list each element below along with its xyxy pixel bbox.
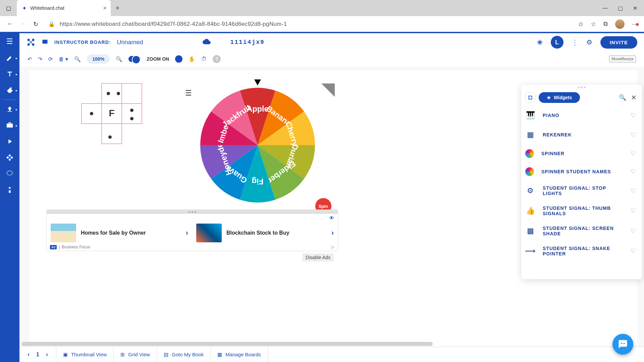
favorite-heart-icon[interactable]: ♡: [631, 187, 636, 194]
upload-tool[interactable]: ▸: [0, 101, 19, 117]
widget-item[interactable]: SPINNER♡: [521, 144, 642, 163]
spinner-wheel[interactable]: AppleBananaCherryDurianElderberryFigGuav…: [197, 85, 318, 205]
flower-icon[interactable]: ❀: [537, 38, 543, 46]
widgets-tab[interactable]: ★ Widgets: [539, 92, 580, 103]
pan-hand-icon[interactable]: ✋: [189, 56, 195, 62]
shade-icon: ▩: [525, 226, 535, 236]
zoom-out-button[interactable]: 🔍: [74, 56, 81, 62]
favorite-heart-icon[interactable]: ♡: [631, 131, 636, 138]
widget-filter-icon[interactable]: ⚃: [525, 93, 535, 103]
trash-button[interactable]: 🗑 ▾: [59, 56, 68, 62]
read-aloud-icon[interactable]: ✩: [578, 20, 583, 28]
panel-drag-handle[interactable]: [521, 85, 642, 89]
favorite-heart-icon[interactable]: ♡: [631, 168, 636, 175]
spinner-resize-handle[interactable]: [321, 83, 335, 97]
close-window-icon[interactable]: ✕: [633, 5, 637, 11]
favorite-heart-icon[interactable]: ♡: [631, 247, 636, 255]
minimize-icon[interactable]: —: [602, 5, 608, 11]
help-icon[interactable]: ?: [213, 55, 221, 63]
widget-item[interactable]: ⚙STUDENT SIGNAL: STOP LIGHTS♡: [521, 181, 642, 201]
collections-icon[interactable]: ⧉: [603, 20, 608, 27]
lasso-tool[interactable]: [0, 166, 19, 182]
text-tool[interactable]: ▸: [0, 66, 19, 82]
favorite-heart-icon[interactable]: ♡: [631, 207, 636, 215]
maximize-icon[interactable]: ▢: [618, 5, 623, 11]
redo-button[interactable]: ↷: [38, 56, 42, 62]
browser-tab[interactable]: ✦ Whiteboard.chat ×: [17, 0, 111, 16]
settings-icon[interactable]: ⚙: [586, 38, 592, 46]
zoom-in-button[interactable]: 🔍: [116, 56, 122, 62]
eraser-tool[interactable]: ▸: [0, 82, 19, 98]
address-bar[interactable]: 🔒 https://www.whiteboard.chat/board/f042…: [44, 21, 574, 27]
widget-item[interactable]: 👍STUDENT SIGNAL: THUMB SIGNALS♡: [521, 201, 642, 221]
invite-button[interactable]: INVITE: [600, 36, 637, 49]
spinner-widget[interactable]: ☰ AppleBananaCherryDurianElderberryFigGu…: [180, 77, 335, 221]
menu-icon[interactable]: ⋯: [632, 20, 638, 28]
cloud-save-icon[interactable]: [203, 38, 211, 47]
move-tool[interactable]: [0, 149, 19, 166]
chevron-right-icon[interactable]: ›: [186, 229, 188, 237]
new-tab-button[interactable]: +: [111, 4, 124, 12]
widget-item[interactable]: ⟿STUDENT SIGNAL: SNAKE POINTER♡: [521, 241, 642, 261]
zoom-level[interactable]: 100%: [87, 54, 110, 64]
chevron-right-icon[interactable]: ›: [331, 229, 334, 237]
tab-close-icon[interactable]: ×: [103, 5, 107, 12]
user-avatar[interactable]: L: [551, 36, 564, 49]
ad-choices-icon[interactable]: ▷: [331, 245, 334, 249]
favorite-heart-icon[interactable]: ♡: [631, 227, 636, 235]
next-page-button[interactable]: ›: [46, 351, 48, 358]
ad-item[interactable]: Homes for Sale by Owner ›: [47, 223, 192, 243]
widget-item[interactable]: ▩STUDENT SIGNAL: SCREEN SHADE♡: [521, 221, 642, 241]
star-icon: ★: [547, 95, 551, 100]
sidebar-menu-button[interactable]: ☰: [0, 33, 19, 50]
disable-ads-button[interactable]: Disable Ads: [302, 253, 334, 261]
undo-button[interactable]: ↶: [28, 56, 32, 62]
back-button[interactable]: ←: [6, 20, 14, 27]
chat-bubble-button[interactable]: [612, 334, 633, 355]
move-resize-label[interactable]: MoveResize: [609, 56, 636, 62]
grid-icon: ▦: [525, 130, 535, 140]
ad-drag-handle[interactable]: [47, 210, 338, 214]
timer-icon[interactable]: ⏱: [201, 56, 207, 62]
widget-item[interactable]: SPINNER STUDENT NAMES♡: [521, 163, 642, 181]
tab-overview-icon[interactable]: ▢: [6, 5, 11, 11]
pentomino-widget[interactable]: F: [78, 80, 165, 165]
favorites-icon[interactable]: ☆: [591, 20, 596, 28]
forward-button[interactable]: →: [19, 20, 27, 27]
spinner-menu-icon[interactable]: ☰: [185, 89, 192, 98]
manage-boards-button[interactable]: ▦Manage Boards: [211, 347, 268, 362]
svg-point-11: [117, 92, 120, 95]
zoom-toggle[interactable]: [128, 56, 141, 62]
board-name[interactable]: Unnamed: [117, 39, 143, 46]
search-icon[interactable]: 🔍: [619, 94, 626, 101]
close-panel-icon[interactable]: ✕: [630, 94, 638, 102]
favicon-icon: ✦: [21, 5, 28, 11]
prev-page-button[interactable]: ‹: [28, 351, 30, 358]
profile-avatar[interactable]: [615, 19, 625, 29]
ad-item[interactable]: Blockchain Stock to Buy ›: [192, 223, 338, 243]
refresh-canvas-button[interactable]: ⟳: [48, 56, 53, 62]
widget-item[interactable]: ▦REKENREK♡: [521, 125, 642, 144]
favorite-heart-icon[interactable]: ♡: [631, 112, 636, 119]
ad-visibility-icon[interactable]: 👁: [47, 214, 338, 223]
app-logo-icon: [26, 38, 36, 47]
widget-item[interactable]: 🎹PIANO♡: [521, 106, 642, 125]
kebab-menu-icon[interactable]: ⋮: [572, 38, 578, 46]
horizontal-scrollbar[interactable]: [21, 342, 433, 346]
svg-text:F: F: [109, 108, 114, 118]
grid-view-button[interactable]: ⊞Grid View: [114, 347, 157, 362]
goto-book-button[interactable]: ▤Goto My Book: [157, 347, 211, 362]
widget-label: STUDENT SIGNAL: SCREEN SHADE: [543, 226, 623, 236]
hand-raise-tool[interactable]: [0, 182, 19, 198]
favorite-heart-icon[interactable]: ♡: [631, 150, 636, 157]
play-tool[interactable]: [0, 133, 19, 149]
board-code[interactable]: 111i4jx9: [230, 39, 264, 46]
pen-tool[interactable]: ▸: [0, 50, 19, 66]
toolbox-tool[interactable]: ▸: [0, 117, 19, 133]
svg-point-13: [130, 109, 133, 112]
color-picker[interactable]: [175, 55, 182, 63]
ad-footer-text: Business Focus: [62, 245, 90, 249]
thumbnail-view-button[interactable]: ▣Thumbnail View: [56, 347, 114, 362]
svg-rect-5: [122, 83, 142, 104]
refresh-button[interactable]: ↻: [32, 20, 40, 28]
